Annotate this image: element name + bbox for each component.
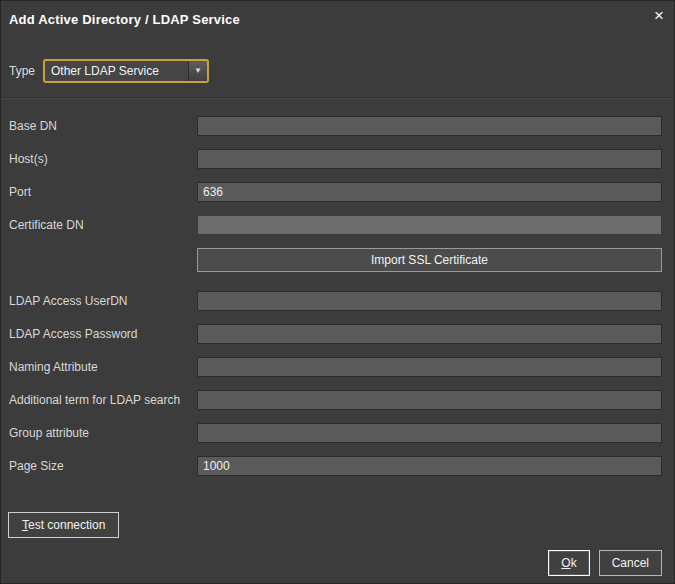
ldap-access-password-label: LDAP Access Password xyxy=(9,327,197,341)
form-row-import-ssl: Import SSL Certificate xyxy=(1,248,674,272)
ldap-access-userdn-label: LDAP Access UserDN xyxy=(9,294,197,308)
naming-attribute-input[interactable] xyxy=(197,357,662,377)
form-row-naming-attribute: Naming Attribute xyxy=(1,357,674,377)
form-row-hosts: Host(s) xyxy=(1,149,674,169)
form-row-ldap-access-userdn: LDAP Access UserDN xyxy=(1,291,674,311)
type-row: Type Other LDAP Service ▼ xyxy=(9,58,674,84)
dialog-title: Add Active Directory / LDAP Service xyxy=(9,12,240,27)
page-size-label: Page Size xyxy=(9,459,197,473)
form-row-ldap-access-password: LDAP Access Password xyxy=(1,324,674,344)
dialog-footer: Ok Cancel xyxy=(548,550,662,576)
base-dn-input[interactable] xyxy=(197,116,662,136)
form-row-additional-term: Additional term for LDAP search xyxy=(1,390,674,410)
form-row-port: Port xyxy=(1,182,674,202)
ldap-access-userdn-input[interactable] xyxy=(197,291,662,311)
type-select-value: Other LDAP Service xyxy=(45,61,188,81)
port-label: Port xyxy=(9,185,197,199)
close-icon[interactable]: × xyxy=(654,7,664,24)
naming-attribute-label: Naming Attribute xyxy=(9,360,197,374)
hosts-label: Host(s) xyxy=(9,152,197,166)
form-row-certificate-dn: Certificate DN xyxy=(1,215,674,235)
type-select[interactable]: Other LDAP Service ▼ xyxy=(43,59,209,83)
dialog-titlebar: Add Active Directory / LDAP Service × xyxy=(1,1,674,34)
test-connection-button[interactable]: Test connection xyxy=(8,512,119,538)
test-connection-label-rest: est connection xyxy=(28,518,105,532)
section-divider xyxy=(1,97,674,99)
certificate-dn-input xyxy=(197,215,662,235)
type-label: Type xyxy=(9,64,35,78)
group-attribute-label: Group attribute xyxy=(9,426,197,440)
ldap-settings-form: Base DN Host(s) Port Certificate DN Impo… xyxy=(1,116,674,476)
ok-button[interactable]: Ok xyxy=(548,550,589,576)
additional-term-input[interactable] xyxy=(197,390,662,410)
ok-mnemonic: O xyxy=(561,556,570,570)
group-attribute-input[interactable] xyxy=(197,423,662,443)
form-row-page-size: Page Size xyxy=(1,456,674,476)
chevron-down-icon[interactable]: ▼ xyxy=(188,61,207,81)
base-dn-label: Base DN xyxy=(9,119,197,133)
ok-label-rest: k xyxy=(571,556,577,570)
form-row-base-dn: Base DN xyxy=(1,116,674,136)
hosts-input[interactable] xyxy=(197,149,662,169)
add-ldap-service-dialog: Add Active Directory / LDAP Service × Ty… xyxy=(0,0,675,584)
certificate-dn-label: Certificate DN xyxy=(9,218,197,232)
ldap-access-password-input[interactable] xyxy=(197,324,662,344)
cancel-button[interactable]: Cancel xyxy=(599,550,662,576)
page-size-input[interactable] xyxy=(197,456,662,476)
additional-term-label: Additional term for LDAP search xyxy=(9,393,197,407)
form-row-group-attribute: Group attribute xyxy=(1,423,674,443)
import-ssl-certificate-button[interactable]: Import SSL Certificate xyxy=(197,248,662,272)
port-input[interactable] xyxy=(197,182,662,202)
